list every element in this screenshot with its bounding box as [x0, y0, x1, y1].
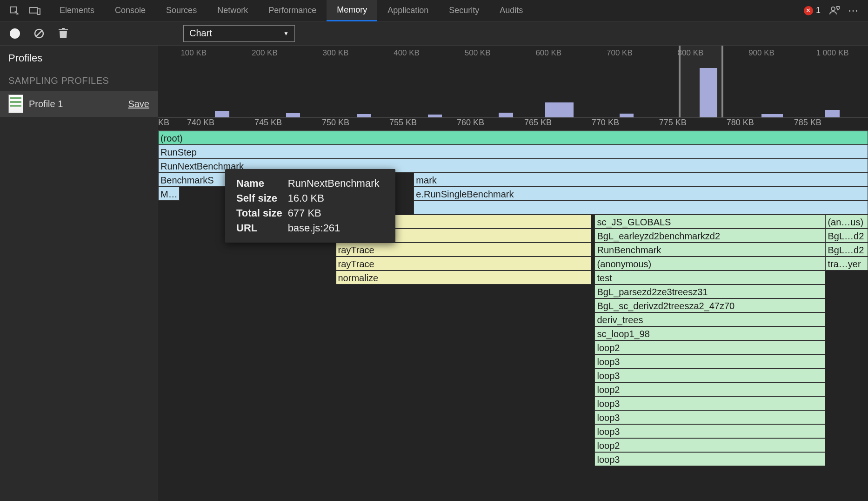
flame-raytrace-1[interactable]: rayTrace — [336, 243, 591, 257]
tab-sources[interactable]: Sources — [156, 0, 207, 21]
detail-ruler[interactable]: KB 740 KB 745 KB 750 KB 755 KB 760 KB 76… — [158, 118, 868, 131]
svg-point-3 — [831, 7, 835, 11]
flame-raytrace-2[interactable]: rayTrace — [336, 257, 591, 271]
flame-root[interactable]: (root) — [158, 131, 868, 145]
view-mode-select[interactable]: Chart ▼ — [183, 25, 295, 42]
flame-benchmark-right[interactable]: mark — [414, 173, 868, 187]
delete-icon[interactable] — [57, 27, 70, 40]
view-mode-value: Chart — [189, 28, 212, 39]
overview-selection-window[interactable] — [679, 46, 723, 117]
record-button[interactable] — [8, 27, 21, 40]
flame-bgl-d2b[interactable]: BgL…d2 — [825, 243, 868, 257]
tab-security[interactable]: Security — [439, 0, 489, 21]
flame-tra-yer[interactable]: tra…yer — [825, 257, 868, 271]
flame-tooltip: NameRunNextBenchmark Self size16.0 KB To… — [225, 169, 395, 243]
save-link[interactable]: Save — [128, 99, 149, 109]
flame-loop3d[interactable]: loop3 — [594, 410, 825, 424]
flame-chart[interactable]: (root) RunStep RunNextBenchmark Benchmar… — [158, 131, 868, 485]
flame-runsingle-right[interactable]: e.RunSingleBenchmark — [414, 187, 868, 201]
flame-bgl-deriv[interactable]: BgL_sc_derivzd2treesza2_47z70 — [594, 298, 825, 312]
flame-measure[interactable]: Measure — [158, 187, 180, 201]
flame-anon-us[interactable]: (an…us) — [825, 215, 868, 229]
profile-name: Profile 1 — [29, 99, 63, 109]
flame-loop3f[interactable]: loop3 — [594, 452, 825, 466]
tab-audits[interactable]: Audits — [489, 0, 533, 21]
flame-scjsglobals[interactable]: sc_JS_GLOBALS — [594, 215, 825, 229]
flame-normalize[interactable]: normalize — [336, 271, 591, 284]
flame-bgl-parse[interactable]: BgL_parsezd2ze3treesz31 — [594, 284, 825, 298]
overview-chart[interactable]: 100 KB 200 KB 300 KB 400 KB 500 KB 600 K… — [158, 46, 868, 118]
sidebar-heading: Profiles — [0, 46, 158, 71]
flame-loop3a[interactable]: loop3 — [594, 354, 825, 368]
flame-loop3c[interactable]: loop3 — [594, 396, 825, 410]
errors-indicator[interactable]: ✕ 1 — [804, 6, 821, 15]
tab-memory[interactable]: Memory — [327, 0, 377, 21]
flame-loop2b[interactable]: loop2 — [594, 382, 825, 396]
flame-benchmarks-left[interactable]: BenchmarkS — [158, 173, 226, 187]
profile-sheet-icon — [8, 95, 23, 113]
profiles-sidebar: Profiles SAMPLING PROFILES Profile 1 Sav… — [0, 46, 158, 501]
flame-test[interactable]: test — [594, 271, 825, 284]
tab-performance[interactable]: Performance — [258, 0, 327, 21]
feedback-icon[interactable] — [828, 5, 840, 17]
overview-bars — [158, 64, 868, 117]
errors-count: 1 — [816, 6, 821, 15]
more-icon[interactable]: ⋯ — [848, 5, 860, 17]
svg-rect-2 — [38, 9, 40, 14]
flame-scloop1[interactable]: sc_loop1_98 — [594, 326, 825, 340]
inspect-element-icon[interactable] — [8, 5, 20, 17]
flame-anonymous[interactable]: (anonymous) — [594, 257, 825, 271]
svg-rect-1 — [30, 7, 37, 13]
device-toolbar-icon[interactable] — [29, 5, 41, 17]
flame-loop3b[interactable]: loop3 — [594, 368, 825, 382]
flame-runstep[interactable]: RunStep — [158, 145, 868, 159]
flame-runbenchmark[interactable]: RunBenchmark — [594, 243, 825, 257]
flame-bgl-earley[interactable]: BgL_earleyzd2benchmarkzd2 — [594, 229, 825, 243]
flame-bgl-d2a[interactable]: BgL…d2 — [825, 229, 868, 243]
tab-application[interactable]: Application — [377, 0, 439, 21]
error-icon: ✕ — [804, 6, 813, 15]
overview-axis-ticks: 100 KB 200 KB 300 KB 400 KB 500 KB 600 K… — [158, 48, 868, 58]
flame-freeblock1[interactable] — [414, 201, 868, 215]
tab-elements[interactable]: Elements — [49, 0, 105, 21]
clear-icon[interactable] — [33, 27, 46, 40]
flame-loop2a[interactable]: loop2 — [594, 340, 825, 354]
flame-loop2c[interactable]: loop2 — [594, 438, 825, 452]
chevron-down-icon: ▼ — [283, 30, 289, 37]
tab-console[interactable]: Console — [105, 0, 156, 21]
flame-loop3e[interactable]: loop3 — [594, 424, 825, 438]
profile-row[interactable]: Profile 1 Save — [0, 91, 158, 117]
tab-network[interactable]: Network — [207, 0, 258, 21]
flame-deriv-trees[interactable]: deriv_trees — [594, 312, 825, 326]
sidebar-subheading: SAMPLING PROFILES — [0, 71, 158, 91]
